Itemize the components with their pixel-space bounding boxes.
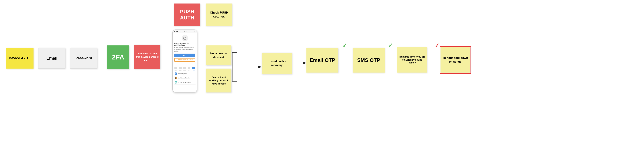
nav-profile[interactable]: Profile bbox=[192, 67, 195, 71]
cooldown-note: 48 hour cool down on sends bbox=[440, 47, 470, 73]
phone-notification-icon bbox=[182, 35, 188, 41]
nav-card[interactable]: Card bbox=[179, 67, 182, 71]
nav-home-icon bbox=[174, 67, 177, 69]
device-not-working-note: Device A not working but I still have ac… bbox=[206, 69, 232, 92]
status-battery: ▌▌▌ bbox=[193, 31, 196, 32]
trust-device2-note: Trust this device you are on...display d… bbox=[398, 47, 427, 73]
password-note: Password bbox=[70, 48, 97, 69]
option-resend-push[interactable]: ↺ Resend push bbox=[174, 72, 196, 76]
push-settings-icon: ⚙ bbox=[174, 81, 177, 84]
sms-otp-note: SMS OTP bbox=[353, 48, 385, 73]
check-push-settings-note: Check PUSH settings bbox=[206, 3, 232, 26]
nav-home[interactable]: Home bbox=[174, 67, 177, 71]
nav-transfer[interactable]: Send bbox=[184, 67, 186, 71]
arrows-svg bbox=[0, 0, 644, 158]
trusted-recovery-note: trusted device recovery bbox=[262, 53, 292, 74]
canvas: Device A - T... Email Password 2FA You n… bbox=[0, 0, 644, 158]
status-time: 14:18 bbox=[184, 31, 187, 32]
nav-transfer-icon bbox=[184, 67, 186, 69]
no-access-note: No access to device A bbox=[206, 45, 232, 65]
phone-push-subtitle: Follow the link we sent via push notific… bbox=[174, 47, 195, 52]
option-check-push[interactable]: ⚙ Check push settings bbox=[174, 80, 196, 85]
got-it-button[interactable]: GOT IT bbox=[174, 54, 195, 57]
nav-profile-icon bbox=[192, 67, 195, 69]
phone-content: Check your push notifications Follow the… bbox=[173, 33, 197, 65]
svg-rect-8 bbox=[184, 37, 186, 38]
nav-card-icon bbox=[179, 67, 182, 69]
cooldown-checkmark: ✓ bbox=[434, 42, 440, 49]
phone-status-bar: ●●●●● 14:18 ▌▌▌ bbox=[173, 30, 197, 33]
device-a-note: Device A - T... bbox=[6, 48, 34, 69]
twofa-note: 2FA bbox=[107, 45, 129, 69]
email-otp-checkmark: ✓ bbox=[342, 42, 348, 49]
status-signal: ●●●●● bbox=[174, 31, 178, 32]
phone-nav-bar: Home Card Send Rwd Profile bbox=[173, 66, 197, 72]
sms-otp-checkmark: ✓ bbox=[388, 42, 393, 49]
trust-device-note: You need to trust this device before it … bbox=[134, 45, 160, 69]
phone-options-list: ↺ Resend push 📱 Last trusted device ⚙ Ch… bbox=[173, 72, 197, 86]
nav-rewards[interactable]: Rwd bbox=[188, 67, 190, 71]
trusted-device-icon: 📱 bbox=[174, 77, 177, 79]
resend-icon: ↺ bbox=[174, 72, 177, 75]
nav-rewards-icon bbox=[188, 67, 190, 69]
option-last-trusted[interactable]: 📱 Last trusted device bbox=[174, 76, 196, 80]
phone-mockup: ●●●●● 14:18 ▌▌▌ Check your push notifica… bbox=[172, 29, 197, 92]
push-auth-note: PUSH AUTH bbox=[174, 3, 200, 26]
phone-push-title: Check your push notifications bbox=[174, 42, 195, 46]
not-receiving-push-button[interactable]: NOT RECEIVING PUSH bbox=[174, 58, 195, 62]
email-otp-note: Email OTP bbox=[306, 48, 338, 73]
email-note: Email bbox=[38, 48, 66, 69]
